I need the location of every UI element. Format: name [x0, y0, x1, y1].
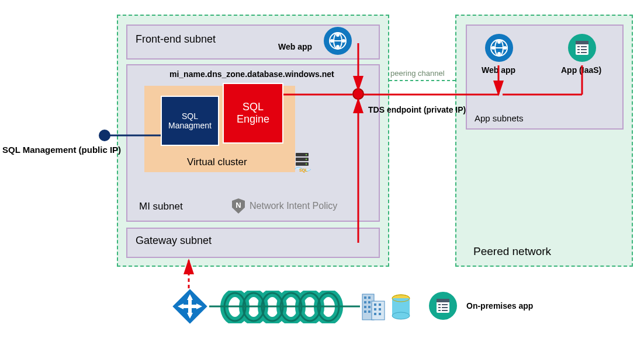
svg-rect-28 — [581, 52, 587, 53]
buildings-icon — [359, 288, 388, 324]
tds-endpoint-dot — [352, 88, 364, 100]
svg-rect-57 — [368, 310, 371, 313]
svg-rect-75 — [442, 310, 448, 311]
sql-server-icon: SQL — [295, 153, 311, 175]
svg-point-3 — [336, 33, 340, 37]
svg-rect-54 — [364, 306, 366, 308]
svg-rect-59 — [379, 303, 381, 306]
svg-rect-73 — [442, 307, 448, 308]
peered-network-label: Peered network — [473, 245, 551, 258]
svg-text:SQL: SQL — [299, 168, 308, 173]
svg-point-4 — [336, 45, 340, 48]
svg-rect-71 — [442, 304, 448, 305]
svg-point-18 — [497, 52, 501, 55]
sql-mgmt-public-label: SQL Management (public IP) — [2, 145, 121, 155]
virtual-cluster-label: Virtual cluster — [187, 156, 247, 168]
mi-subnet-label: MI subnet — [139, 201, 183, 212]
app-iaas-icon — [568, 34, 596, 62]
svg-rect-61 — [379, 308, 381, 310]
frontend-subnet-label: Front-end subnet — [136, 33, 216, 46]
connection-coil-icon — [217, 291, 352, 326]
svg-point-19 — [491, 46, 495, 50]
svg-rect-58 — [374, 303, 376, 306]
svg-point-5 — [330, 39, 334, 43]
gateway-subnet-label: Gateway subnet — [136, 235, 212, 247]
svg-rect-50 — [364, 296, 366, 299]
onprem-app-icon — [429, 292, 457, 320]
svg-rect-55 — [368, 306, 371, 308]
app-subnets-label: App subnets — [475, 113, 523, 123]
app-iaas-label: App (IaaS) — [561, 65, 601, 75]
sql-management-box: SQL Managment — [161, 96, 219, 146]
database-icon — [390, 294, 411, 323]
svg-point-66 — [392, 312, 410, 319]
svg-point-20 — [503, 46, 507, 50]
svg-point-6 — [342, 39, 345, 43]
svg-rect-49 — [372, 301, 385, 320]
tds-endpoint-label: TDS endpoint (private IP) — [368, 105, 466, 114]
svg-rect-60 — [374, 308, 376, 310]
svg-rect-35 — [181, 305, 199, 308]
sql-engine-box: SQL Engine — [223, 83, 283, 144]
svg-rect-26 — [581, 49, 587, 50]
svg-rect-62 — [374, 313, 376, 315]
svg-rect-56 — [364, 310, 366, 313]
onprem-label: On-premises app — [466, 301, 533, 310]
svg-point-17 — [497, 40, 501, 44]
svg-rect-74 — [438, 310, 441, 311]
dns-label: mi_name.dns_zone.database.windows.net — [169, 69, 334, 79]
sql-mgmt-endpoint-dot — [99, 130, 110, 141]
svg-rect-52 — [364, 301, 366, 303]
svg-rect-70 — [438, 304, 441, 305]
svg-rect-72 — [438, 307, 441, 308]
webapp-label-left: Web app — [278, 42, 312, 51]
webapp-icon-right — [485, 34, 513, 62]
svg-rect-69 — [437, 299, 449, 302]
gateway-icon — [169, 286, 210, 329]
svg-rect-51 — [368, 296, 371, 299]
network-intent-policy-label: Network Intent Policy — [250, 201, 337, 211]
svg-rect-63 — [379, 313, 381, 315]
svg-rect-24 — [581, 46, 587, 47]
svg-point-11 — [306, 159, 307, 160]
svg-rect-25 — [577, 49, 580, 50]
webapp-icon-left — [324, 27, 352, 55]
svg-point-10 — [306, 154, 307, 155]
svg-rect-22 — [576, 41, 588, 44]
webapp-label-right: Web app — [482, 65, 515, 75]
svg-point-12 — [306, 163, 307, 165]
svg-rect-23 — [577, 46, 580, 47]
svg-rect-27 — [577, 52, 580, 53]
svg-rect-53 — [368, 301, 371, 303]
peering-channel-label: peering channel — [390, 69, 445, 78]
